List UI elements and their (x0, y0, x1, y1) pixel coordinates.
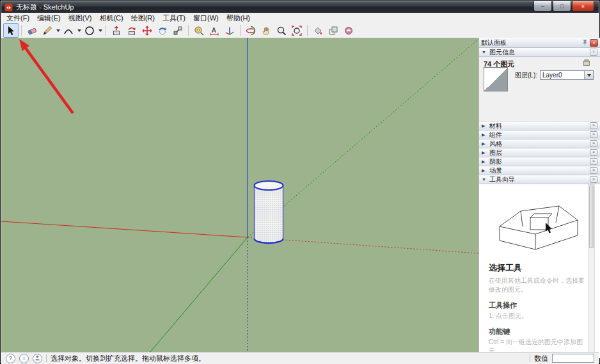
close-button[interactable]: × (572, 1, 594, 12)
viewport-canvas (1, 38, 478, 352)
viewport[interactable] (1, 38, 478, 352)
layers-title: 图层 (489, 148, 587, 157)
chevron-right-icon: ▶ (482, 159, 487, 164)
push-pull-icon (111, 26, 122, 36)
menu-camera[interactable]: 相机(C) (95, 13, 127, 24)
line-tool-dropdown[interactable] (55, 24, 61, 37)
info-icon[interactable]: i (19, 354, 29, 363)
section-materials-header[interactable]: ▶ 材料 × (479, 122, 600, 131)
selected-cylinder[interactable] (255, 181, 283, 243)
section-components-header[interactable]: ▶ 组件 × (479, 131, 600, 139)
select-arrow-icon (6, 26, 16, 36)
entity-detail-icon[interactable] (583, 59, 590, 66)
pan-tool-button[interactable] (258, 23, 274, 38)
menu-window[interactable]: 窗口(W) (189, 13, 223, 24)
menu-view[interactable]: 视图(V) (65, 13, 96, 24)
menu-file[interactable]: 文件(F) (3, 13, 33, 24)
dimension-tool-button[interactable]: A (207, 23, 222, 38)
section-scenes-header[interactable]: ▶ 场景 × (479, 166, 600, 175)
scrollbar-thumb[interactable] (589, 186, 594, 248)
paint-bucket-icon (313, 26, 323, 36)
instructor-text: 选择工具 在使用其他工具或命令时，选择要修改的图元。 工具操作 1. 点击图元。… (479, 262, 595, 358)
maximize-button[interactable]: □ (553, 1, 571, 12)
menu-bar: 文件(F) 编辑(E) 视图(V) 相机(C) 绘图(R) 工具(T) 窗口(W… (1, 13, 599, 24)
entity-info-title: 图元信息 (489, 48, 587, 57)
line-tool-button[interactable] (40, 23, 55, 38)
section-styles-header[interactable]: ▶ 风格 × (479, 139, 600, 148)
rotate-tool-button[interactable] (155, 23, 170, 38)
pencil-icon (42, 26, 52, 36)
axes-tool-button[interactable] (222, 23, 237, 38)
menu-tools[interactable]: 工具(T) (159, 13, 189, 24)
layers-close-button[interactable]: × (590, 149, 597, 156)
scenes-close-button[interactable]: × (590, 167, 597, 174)
chevron-right-icon: ▶ (482, 168, 487, 173)
axes-icon (225, 26, 235, 36)
paint-bucket-tool-button[interactable] (310, 23, 326, 38)
menu-help[interactable]: 帮助(H) (223, 13, 254, 24)
layer-value: Layer0 (541, 72, 584, 79)
panel-title: 默认面板 (481, 38, 580, 47)
select-tool-button[interactable] (3, 23, 19, 38)
section-entity-info-header[interactable]: ▼ 图元信息 × (479, 48, 600, 57)
measurements-label: 数值 (534, 354, 548, 363)
red-annotation-arrow (19, 39, 73, 113)
circle-tool-dropdown[interactable] (97, 24, 103, 37)
orbit-tool-button[interactable] (243, 23, 258, 38)
shadows-close-button[interactable]: × (590, 158, 597, 165)
tape-measure-tool-button[interactable] (191, 23, 207, 38)
eraser-icon (27, 26, 37, 36)
scale-icon (173, 26, 183, 36)
section-layers-header[interactable]: ▶ 图层 × (479, 148, 600, 157)
move-tool-button[interactable] (139, 23, 155, 38)
help-icon[interactable]: ? (6, 354, 15, 363)
entity-info-close-button[interactable]: × (590, 49, 597, 56)
sketchup-logo-icon (4, 3, 13, 12)
styles-icon (343, 26, 354, 36)
material-thumbnail[interactable] (484, 67, 508, 91)
chevron-down-icon: ▼ (482, 50, 487, 54)
instructor-close-button[interactable]: × (590, 176, 597, 183)
shapes-tool-button[interactable] (61, 23, 76, 38)
circle-tool-button[interactable] (82, 23, 97, 38)
zoom-extents-tool-button[interactable] (289, 23, 304, 38)
chevron-down-icon: ▼ (482, 177, 487, 182)
menu-draw[interactable]: 绘图(R) (127, 13, 159, 24)
make-component-tool-button[interactable] (326, 23, 341, 38)
section-instructor-header[interactable]: ▼ 工具向导 × (479, 175, 600, 184)
layer-label: 图层(L): (515, 71, 537, 80)
styles-tool-button[interactable] (341, 23, 356, 38)
section-shadows-header[interactable]: ▶ 阴影 × (479, 157, 600, 166)
follow-me-tool-button[interactable] (124, 23, 139, 38)
status-divider (530, 354, 530, 362)
panel-title-bar: 默认面板 × (479, 38, 600, 48)
minimize-button[interactable]: – (533, 1, 552, 12)
zoom-tool-button[interactable] (274, 23, 289, 38)
cursor-arrow-icon (546, 223, 552, 233)
panel-close-button[interactable]: × (590, 39, 598, 47)
geolocation-person-icon[interactable] (33, 354, 42, 363)
styles-title: 风格 (489, 139, 587, 148)
scale-tool-button[interactable] (170, 23, 186, 38)
menu-edit[interactable]: 编辑(E) (33, 13, 65, 24)
chevron-right-icon: ▶ (482, 150, 487, 155)
chevron-right-icon: ▶ (482, 132, 487, 138)
instructor-scrollbar[interactable] (588, 184, 595, 358)
red-axis (1, 221, 248, 237)
shadows-title: 阴影 (489, 157, 587, 166)
styles-close-button[interactable]: × (590, 140, 597, 147)
shapes-tool-dropdown[interactable] (76, 24, 82, 37)
push-pull-tool-button[interactable] (109, 23, 124, 38)
scenes-title: 场景 (489, 166, 587, 175)
eraser-tool-button[interactable] (24, 23, 40, 38)
components-close-button[interactable]: × (590, 131, 597, 138)
circle-icon (84, 26, 95, 36)
layer-dropdown-caret[interactable] (584, 71, 593, 79)
toolbar-separator (106, 25, 106, 36)
measurements-input[interactable] (552, 354, 594, 363)
pin-icon[interactable] (582, 39, 588, 46)
tape-measure-icon (194, 26, 204, 36)
zoom-icon (276, 26, 287, 36)
materials-close-button[interactable]: × (590, 122, 597, 129)
layer-dropdown[interactable]: Layer0 (540, 70, 594, 80)
